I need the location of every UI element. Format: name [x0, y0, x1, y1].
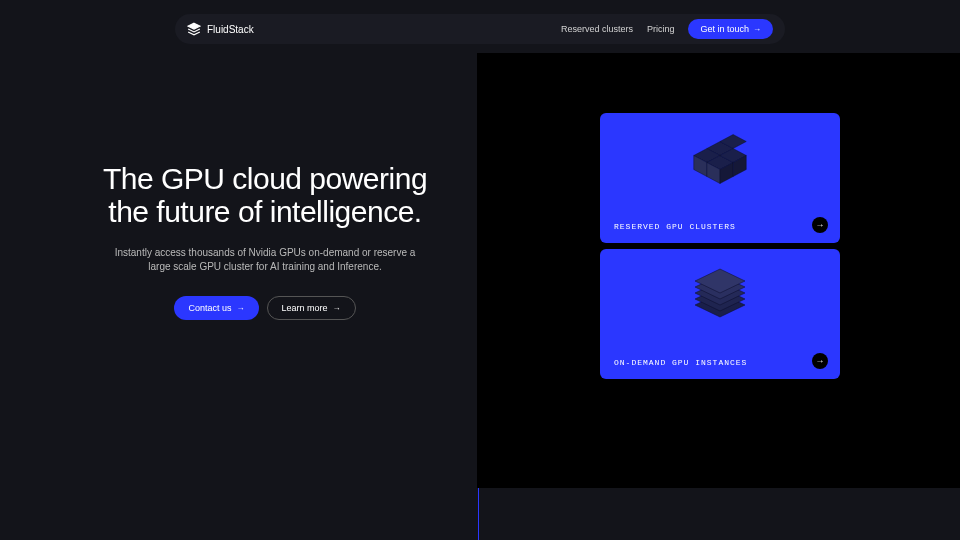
arrow-right-icon: →	[333, 304, 341, 313]
arrow-right-icon: →	[237, 304, 245, 313]
arrow-right-icon: →	[816, 220, 825, 230]
nav-reserved-clusters[interactable]: Reserved clusters	[561, 24, 633, 34]
arrow-right-icon: →	[753, 25, 761, 34]
vertical-divider	[478, 488, 479, 540]
nav-pricing[interactable]: Pricing	[647, 24, 675, 34]
hero-subtitle: Instantly access thousands of Nvidia GPU…	[85, 246, 445, 274]
svg-marker-0	[188, 23, 200, 29]
nav-right: Reserved clusters Pricing Get in touch →	[561, 19, 773, 39]
get-in-touch-button[interactable]: Get in touch →	[688, 19, 773, 39]
reserved-clusters-card[interactable]: RESERVED GPU CLUSTERS →	[600, 113, 840, 243]
hero-text-block: The GPU cloud powering the future of int…	[85, 162, 445, 320]
layer-stack-icon	[680, 267, 760, 337]
card-arrow-button[interactable]: →	[812, 217, 828, 233]
stack-logo-icon	[187, 22, 201, 36]
logo[interactable]: FluidStack	[187, 22, 254, 36]
card-label-ondemand: ON-DEMAND GPU INSTANCES	[614, 358, 747, 367]
learn-more-button[interactable]: Learn more →	[267, 296, 356, 320]
contact-us-button[interactable]: Contact us →	[174, 296, 258, 320]
arrow-right-icon: →	[816, 356, 825, 366]
contact-label: Contact us	[188, 303, 231, 313]
top-nav: FluidStack Reserved clusters Pricing Get…	[175, 14, 785, 44]
cube-cluster-icon	[675, 131, 765, 201]
learn-label: Learn more	[282, 303, 328, 313]
cta-label: Get in touch	[700, 24, 749, 34]
ondemand-instances-card[interactable]: ON-DEMAND GPU INSTANCES →	[600, 249, 840, 379]
card-label-reserved: RESERVED GPU CLUSTERS	[614, 222, 736, 231]
brand-name: FluidStack	[207, 24, 254, 35]
hero-title: The GPU cloud powering the future of int…	[85, 162, 445, 228]
card-arrow-button[interactable]: →	[812, 353, 828, 369]
hero-buttons: Contact us → Learn more →	[85, 296, 445, 320]
